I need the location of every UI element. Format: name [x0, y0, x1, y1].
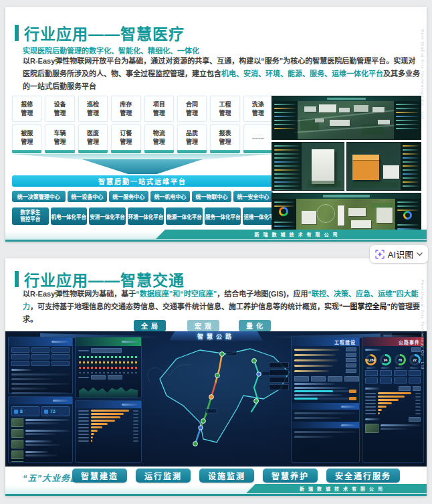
slide1-subtitle: 实现医院后勤管理的数字化、智能化、精细化、一体化 — [23, 45, 199, 56]
view-button-global: 全 局 — [134, 320, 166, 331]
camera-list-item — [11, 440, 70, 448]
case-stat: 8 — [11, 406, 39, 416]
map-legend — [269, 362, 289, 392]
gis-map — [136, 342, 294, 464]
panel-situation — [75, 337, 142, 398]
ai-recognize-button[interactable]: AI识图 — [369, 244, 429, 264]
slide1-paragraph: 以R-Easy弹性物联网开放平台为基础，通过对资源的共享、互通，构建以“服务”为… — [23, 55, 420, 93]
module-card: 报表管理 — [210, 124, 239, 151]
camera-list-item — [11, 418, 70, 427]
center-button: 统一机电中心 — [150, 191, 190, 202]
business-button: 智慧养护 — [263, 469, 318, 483]
hospital-screenshot-campus — [272, 193, 421, 233]
business-button: 智慧建造 — [72, 469, 127, 483]
hospital-screenshot-building — [272, 142, 344, 191]
hospital-screenshot-aerial — [272, 96, 421, 140]
screenshot-left-panel — [272, 143, 302, 190]
camera-list-item — [11, 450, 70, 459]
watermark: Best Digital City Technology Co., Ltd — [421, 29, 425, 119]
view-button-quantify: 量 化 — [239, 320, 271, 331]
center-button: 统一服务中心 — [109, 191, 148, 202]
module-card: 订餐管理 — [111, 124, 140, 151]
traffic-area-chart — [79, 382, 138, 398]
paragraph-text: ，可支持基于地理信息的交通态势信息、交通事件统计信息、施工养护信息等的统计概览，… — [30, 303, 339, 311]
construction-task — [294, 394, 356, 400]
module-card: 医废管理 — [78, 124, 108, 151]
business-button: 设施监测 — [199, 469, 254, 483]
business-buttons-row: 智慧建造 运行监测 设施监测 智慧养护 安全通行服务 — [72, 469, 400, 483]
ai-scan-icon — [375, 250, 385, 259]
business-button: 安全通行服务 — [326, 469, 400, 483]
hospital-screenshot-orange-building — [346, 142, 421, 191]
funnel-shape — [12, 154, 273, 160]
watermark: Best Digital City Technology Co., Ltd — [421, 280, 425, 369]
screenshot-right-panel — [394, 101, 421, 139]
panel-asset-overview — [8, 337, 73, 394]
platforms-row: 数字孪生管控平台 机电一体化平台 安消一体化平台 环境一体化平台 能源一体化平台… — [12, 207, 280, 225]
event-gauges: 4,284 94 78 22 — [364, 354, 422, 369]
platform-button: 数字孪生管控平台 — [12, 207, 49, 225]
funnel-arrow — [82, 159, 203, 174]
slide2-title: 行业应用——智慧交通 — [24, 268, 185, 290]
module-card: 合同管理 — [177, 96, 207, 122]
module-card: 品质管理 — [177, 124, 207, 151]
platform-button: 能源一体化平台 — [166, 207, 203, 225]
screenshot-chart-strip — [401, 143, 421, 190]
slide-smart-healthcare: 行业应用——智慧医疗 实现医院后勤管理的数字化、智能化、精细化、一体化 以R-E… — [5, 7, 427, 242]
screenshot-header — [272, 96, 421, 101]
business-button: 运行监测 — [136, 469, 191, 483]
campus-scene — [296, 199, 395, 232]
module-card: 车辆管理 — [45, 124, 74, 151]
slide1-title-row: 行业应用——智慧医疗 — [15, 21, 185, 44]
aerial-scene — [298, 101, 394, 139]
slide-smart-transport: 行业应用——智慧交通 以R-Easy弹性物联网为基础，基于“数据底座”和“时空底… — [5, 258, 427, 496]
company-ribbon: 新瑞数城技术有限公司 — [156, 230, 427, 239]
construction-task — [294, 387, 356, 392]
centers-row: 统一决策管理中心 统一设备中心 统一服务中心 统一机电中心 统一物联中心 统一安… — [12, 191, 273, 202]
paragraph-text: 以R-Easy弹性物联网为基础，基于 — [23, 290, 136, 298]
camera-list-item — [11, 429, 70, 438]
dashboard-title: 智慧公路 — [169, 331, 263, 341]
screenshot-header — [272, 193, 421, 199]
paragraph-text: ，结合电子地图(GIS)，应用 — [217, 290, 308, 298]
panel-statistics-bars — [75, 400, 142, 463]
center-button: 统一安全中心 — [233, 191, 273, 202]
slide2-title-row: 行业应用——智慧交通 — [15, 268, 185, 290]
paragraph-highlight: “数据底座”和“时空底座” — [136, 290, 217, 298]
event-item — [365, 424, 421, 433]
camera-list-item — [11, 461, 70, 463]
platform-button: 服务一体化平台 — [205, 207, 241, 225]
module-card: 库存管理 — [111, 96, 140, 122]
module-card: 报修管理 — [12, 96, 41, 122]
center-button: 统一决策管理中心 — [12, 191, 66, 202]
slide2-paragraph: 以R-Easy弹性物联网为基础，基于“数据底座”和“时空底座”，结合电子地图(G… — [23, 288, 420, 326]
module-card: 设备管理 — [45, 96, 74, 122]
module-card: 工程管理 — [210, 96, 239, 122]
module-card: 被服管理 — [12, 124, 41, 151]
module-card: 物流管理 — [144, 124, 174, 151]
module-card: 洗涤管理 — [243, 96, 273, 122]
paragraph-highlight: 机电、安消、环境、能源、服务、运维一体化平台 — [221, 70, 383, 78]
case-stat: 72 — [41, 406, 70, 416]
screenshot-left-panel — [272, 101, 298, 139]
panel-road-cases: 8 72 — [8, 396, 73, 463]
title-accent-bar — [15, 25, 19, 41]
platform-banner: 智慧后勤一站式运维平台 — [12, 175, 273, 187]
chevron-down-icon[interactable] — [417, 252, 423, 256]
paragraph-bold: “一图掌控全局” — [339, 303, 391, 311]
panel-construction: 工程建设 — [291, 337, 360, 463]
module-underline-strips — [12, 150, 273, 153]
screenshot-left-panel — [272, 199, 296, 232]
platform-button: 机电一体化平台 — [51, 207, 88, 225]
panel-road-events: 公路事件 4,284 94 78 22 — [362, 337, 424, 463]
company-ribbon: 新瑞数城技术有限公司 — [246, 484, 427, 493]
slide1-title: 行业应用——智慧医疗 — [24, 21, 185, 44]
title-accent-bar — [15, 271, 19, 287]
module-grid: 报修管理 设备管理 巡检管理 库存管理 项目管理 合同管理 工程管理 洗涤管理 … — [12, 96, 273, 151]
screenshot-right-panel — [395, 199, 421, 232]
module-card: 巡检管理 — [78, 96, 108, 122]
module-card: 项目管理 — [144, 96, 174, 122]
view-button-macro: 宏 观 — [187, 320, 219, 331]
company-name: 新瑞数城技术有限公司 — [255, 231, 342, 238]
panel-title: 工程建设 — [334, 339, 356, 345]
